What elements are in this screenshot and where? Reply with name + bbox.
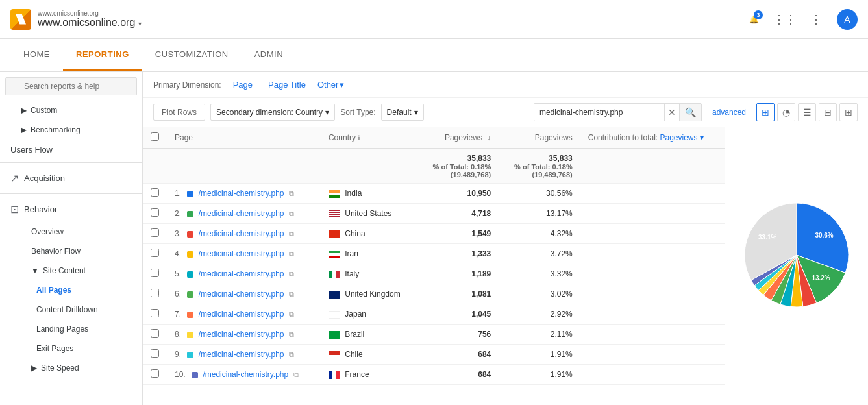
- apps-icon[interactable]: ⋮⋮: [775, 9, 795, 30]
- site-speed-arrow-icon: ▶: [31, 363, 37, 373]
- sidebar-item-behavior-flow[interactable]: Behavior Flow: [0, 241, 142, 261]
- country-name: China: [345, 229, 365, 238]
- page-link[interactable]: /medicinal-chemistry.php: [199, 330, 284, 339]
- table-row: 7. /medicinal-chemistry.php ⧉ Japan 1,04…: [143, 304, 725, 325]
- search-input[interactable]: [5, 77, 137, 95]
- row-checkbox[interactable]: [151, 188, 159, 197]
- dim-option-other[interactable]: Other ▾: [317, 80, 345, 90]
- row-checkbox[interactable]: [151, 309, 159, 317]
- advanced-link[interactable]: advanced: [712, 108, 746, 117]
- copy-icon[interactable]: ⧉: [289, 310, 294, 318]
- th-pageviews-1[interactable]: Pageviews ↓: [417, 127, 499, 149]
- sort-select[interactable]: Default ▾: [381, 104, 424, 121]
- copy-icon[interactable]: ⧉: [289, 250, 294, 258]
- sidebar-item-users-flow[interactable]: Users Flow: [0, 140, 142, 160]
- copy-icon[interactable]: ⧉: [289, 270, 294, 278]
- rank-label: 4.: [175, 249, 181, 258]
- copy-icon[interactable]: ⧉: [289, 190, 294, 197]
- dim-option-page[interactable]: Page: [229, 79, 256, 91]
- sidebar-item-exit-pages[interactable]: Exit Pages: [0, 339, 142, 358]
- other-label: Other: [317, 80, 339, 90]
- sidebar-item-landing-pages[interactable]: Landing Pages: [0, 319, 142, 339]
- page-link[interactable]: /medicinal-chemistry.php: [199, 350, 284, 359]
- page-link[interactable]: /medicinal-chemistry.php: [199, 269, 284, 278]
- country-name: India: [345, 189, 362, 198]
- copy-icon[interactable]: ⧉: [289, 290, 294, 298]
- copy-icon[interactable]: ⧉: [289, 330, 294, 338]
- tab-admin[interactable]: ADMIN: [242, 39, 296, 71]
- page-link[interactable]: /medicinal-chemistry.php: [199, 249, 284, 258]
- row-checkbox[interactable]: [151, 249, 159, 257]
- view-comparison-icon[interactable]: ⊟: [819, 103, 837, 121]
- row-checkbox[interactable]: [151, 228, 159, 237]
- view-pivot-icon[interactable]: ⊞: [839, 103, 858, 121]
- page-link[interactable]: /medicinal-chemistry.php: [199, 189, 284, 198]
- row-pageviews-2: 2.11%: [499, 325, 580, 345]
- th-page[interactable]: Page: [167, 127, 321, 149]
- tab-customization[interactable]: CUSTOMIZATION: [142, 39, 242, 71]
- sidebar-item-site-speed[interactable]: ▶ Site Speed: [0, 358, 142, 378]
- view-table-icon[interactable]: ⊞: [756, 103, 775, 121]
- table-row: 4. /medicinal-chemistry.php ⧉ Iran 1,333…: [143, 244, 725, 264]
- copy-icon[interactable]: ⧉: [289, 350, 294, 358]
- view-bar-icon[interactable]: ☰: [798, 103, 816, 121]
- sidebar-item-content-drilldown[interactable]: Content Drilldown: [0, 300, 142, 319]
- plot-rows-button[interactable]: Plot Rows: [153, 104, 205, 121]
- site-dropdown-arrow[interactable]: ▾: [138, 20, 142, 27]
- row-country: Chile: [321, 345, 417, 365]
- copy-icon[interactable]: ⧉: [293, 371, 299, 378]
- row-checkbox[interactable]: [151, 369, 159, 378]
- page-link[interactable]: /medicinal-chemistry.php: [203, 370, 288, 379]
- filter-input[interactable]: [534, 104, 664, 120]
- top-header: www.omicsonline.org www.omicsonline.org …: [0, 0, 868, 39]
- sidebar-item-acquisition[interactable]: ↗ Acquisition: [0, 166, 142, 191]
- copy-icon[interactable]: ⧉: [289, 210, 294, 217]
- sidebar-item-custom[interactable]: ▶ Custom: [0, 101, 142, 120]
- benchmarking-arrow-icon: ▶: [21, 125, 27, 134]
- flag-icon: [329, 210, 340, 218]
- sidebar-toggle[interactable]: ◀: [142, 231, 143, 247]
- view-pie-icon[interactable]: ◔: [777, 103, 795, 121]
- th-country[interactable]: Country ℹ: [321, 127, 417, 149]
- tab-home[interactable]: HOME: [10, 39, 63, 71]
- row-checkbox[interactable]: [151, 208, 159, 217]
- row-checkbox[interactable]: [151, 269, 159, 277]
- filter-clear-icon[interactable]: ✕: [664, 104, 679, 121]
- contribution-select[interactable]: Pageviews ▾: [660, 133, 704, 142]
- row-rank-page: 3. /medicinal-chemistry.php ⧉: [167, 224, 321, 244]
- row-pageviews-2: 2.92%: [499, 304, 580, 325]
- notification-button[interactable]: 🔔 3: [743, 9, 764, 30]
- filter-search-icon[interactable]: 🔍: [679, 104, 701, 121]
- th-contribution: Contribution to total: Pageviews ▾: [580, 127, 725, 149]
- page-link[interactable]: /medicinal-chemistry.php: [199, 289, 284, 299]
- page-link[interactable]: /medicinal-chemistry.php: [199, 229, 284, 238]
- dim-option-page-title[interactable]: Page Title: [264, 79, 310, 91]
- page-link[interactable]: /medicinal-chemistry.php: [199, 310, 284, 319]
- sidebar-label-exit-pages: Exit Pages: [36, 344, 73, 353]
- more-options-icon[interactable]: ⋮: [806, 9, 826, 30]
- page-link[interactable]: /medicinal-chemistry.php: [199, 209, 284, 218]
- row-rank-page: 4. /medicinal-chemistry.php ⧉: [167, 244, 321, 264]
- select-all-checkbox[interactable]: [151, 132, 159, 141]
- row-checkbox[interactable]: [151, 329, 159, 338]
- row-rank-page: 9. /medicinal-chemistry.php ⧉: [167, 345, 321, 365]
- row-pageviews-1: 1,045: [417, 304, 499, 325]
- sidebar-item-all-pages[interactable]: All Pages: [0, 280, 142, 300]
- row-checkbox[interactable]: [151, 349, 159, 358]
- sidebar-item-benchmarking[interactable]: ▶ Benchmarking: [0, 120, 142, 140]
- page-color-dot: [187, 291, 193, 298]
- sidebar-item-overview[interactable]: Overview: [0, 222, 142, 241]
- sidebar-item-behavior[interactable]: ⊡ Behavior: [0, 197, 142, 222]
- secondary-dim-select[interactable]: Secondary dimension: Country ▾: [210, 104, 335, 121]
- sidebar-item-site-content[interactable]: ▼ Site Content: [0, 261, 142, 280]
- sort-default-label: Default: [387, 108, 412, 117]
- row-rank-page: 2. /medicinal-chemistry.php ⧉: [167, 204, 321, 224]
- search-wrapper: 🔍: [5, 77, 137, 95]
- th-pageviews-2[interactable]: Pageviews: [499, 127, 580, 149]
- copy-icon[interactable]: ⧉: [289, 230, 294, 238]
- row-checkbox[interactable]: [151, 289, 159, 297]
- row-pageviews-1: 4,718: [417, 204, 499, 224]
- header-right: 🔔 3 ⋮⋮ ⋮ A: [743, 9, 858, 30]
- tab-reporting[interactable]: REPORTING: [63, 39, 142, 71]
- avatar[interactable]: A: [837, 9, 858, 30]
